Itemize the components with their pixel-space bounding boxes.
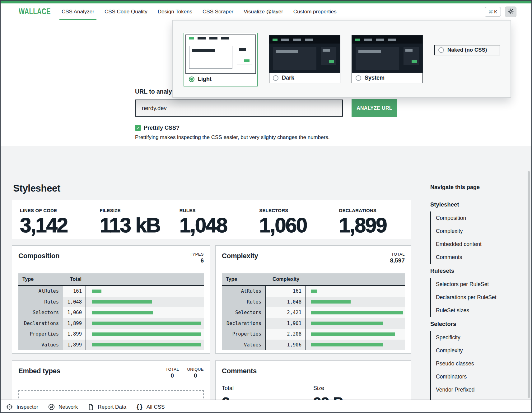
complexity-title: Complexity	[222, 252, 258, 260]
row-bar	[86, 318, 204, 329]
row-value: 161	[266, 286, 306, 297]
row-type: Rules	[222, 297, 266, 308]
theme-option-system[interactable]: System	[352, 35, 423, 83]
nav-item-custom-properties[interactable]: Custom properties	[293, 3, 337, 20]
toolbar-item-all-css[interactable]: {}All CSS	[136, 403, 165, 411]
toolbar-item-label: Network	[58, 404, 78, 410]
toc-section-rulesets[interactable]: Rulesets	[430, 264, 516, 278]
row-bar	[86, 297, 204, 308]
stat-lines-of-code: LINES OF CODE3,142	[12, 200, 92, 239]
header-actions: ⌘ K	[485, 3, 516, 20]
command-palette-button[interactable]: ⌘ K	[485, 7, 501, 17]
toolbar-item-network[interactable]: Network	[48, 403, 78, 411]
toc-item-comments[interactable]: Comments	[436, 251, 516, 264]
complexity-row-properties: Properties2,208	[222, 329, 405, 340]
composition-row-properties: Properties1,899	[18, 329, 204, 340]
theme-option-light[interactable]: Light	[184, 33, 258, 86]
row-type: Declarations	[18, 318, 63, 329]
nav-item-visualize-layer[interactable]: Visualize @layer	[244, 3, 283, 20]
bar-fill	[92, 322, 201, 325]
prettify-checkbox[interactable]: ✓	[135, 125, 141, 131]
stat-selectors: SELECTORS1,060	[251, 200, 331, 239]
complexity-row-atrules: AtRules161	[222, 286, 405, 297]
radio-light[interactable]	[189, 77, 194, 82]
complexity-row-selectors: Selectors2,421	[222, 307, 405, 318]
complexity-row-values: Values1,906	[222, 340, 405, 350]
nav-item-css-analyzer[interactable]: CSS Analyzer	[62, 3, 94, 20]
row-value: 1,899	[63, 340, 86, 350]
stat-label: DECLARATIONS	[339, 208, 411, 213]
toc-item-complexity[interactable]: Complexity	[436, 344, 516, 357]
row-type: Properties	[18, 329, 63, 340]
complexity-meta-value: 8,597	[390, 257, 405, 264]
toolbar-item-inspector[interactable]: Inspector	[6, 403, 38, 411]
stat-value: 1,048	[180, 215, 251, 235]
stat-value: 113 kB	[100, 215, 171, 235]
bar-fill	[311, 311, 403, 314]
toolbar-item-label: Inspector	[16, 404, 38, 410]
nav-item-css-code-quality[interactable]: CSS Code Quality	[105, 3, 147, 20]
composition-table: Type Total AtRules161Rules1,048Selectors…	[18, 273, 204, 350]
url-field-label: URL to analyze	[135, 88, 178, 95]
composition-row-rules: Rules1,048	[18, 297, 204, 308]
nav-item-css-scraper[interactable]: CSS Scraper	[203, 3, 233, 20]
stat-value: 1,060	[259, 215, 331, 235]
composition-title: Composition	[18, 252, 59, 260]
toc-item-pseudo-classes[interactable]: Pseudo classes	[436, 357, 516, 370]
app-window: WALLACE CSS AnalyzerCSS Code QualityDesi…	[0, 0, 532, 413]
theme-label-system: System	[365, 75, 385, 81]
theme-picker-dropdown: Light Dark	[172, 20, 511, 98]
toc-section-stylesheet[interactable]: Stylesheet	[430, 197, 516, 211]
theme-option-naked[interactable]: Naked (no CSS)	[434, 45, 500, 55]
row-value: 2,421	[266, 307, 306, 318]
composition-col-type: Type	[18, 276, 63, 282]
stat-label: SELECTORS	[259, 208, 331, 213]
bar-fill	[311, 290, 317, 293]
row-bar	[86, 340, 204, 350]
comments-total-label: Total	[222, 385, 313, 392]
toc-section-selectors[interactable]: Selectors	[430, 317, 516, 331]
toc-item-composition[interactable]: Composition	[436, 211, 516, 225]
toc-item-declarations-per-ruleset[interactable]: Declarations per RuleSet	[436, 291, 516, 304]
row-value: 1,899	[63, 318, 86, 329]
toc-item-complexity[interactable]: Complexity	[436, 225, 516, 238]
toolbar-item-label: All CSS	[147, 404, 165, 410]
nav-item-design-tokens[interactable]: Design Tokens	[158, 3, 192, 20]
toc-item-embedded-content[interactable]: Embedded content	[436, 238, 516, 251]
toolbar-item-report-data[interactable]: Report Data	[87, 404, 126, 411]
toc-item-specificity[interactable]: Specificity	[436, 331, 516, 344]
bar-fill	[92, 311, 153, 314]
composition-row-selectors: Selectors1,060	[18, 307, 204, 318]
network-icon	[48, 403, 55, 411]
radio-dark[interactable]	[273, 75, 278, 81]
brand-logo[interactable]: WALLACE	[19, 7, 43, 17]
prettify-label: Prettify CSS?	[144, 125, 180, 131]
radio-naked[interactable]	[438, 47, 444, 53]
toc-item-vendor-prefixed[interactable]: Vendor Prefixed	[436, 383, 516, 396]
row-type: AtRules	[222, 286, 266, 297]
theme-toggle-button[interactable]	[505, 7, 516, 17]
toc-item-selectors-per-ruleset[interactable]: Selectors per RuleSet	[436, 278, 516, 291]
toc-item-ruleset-sizes[interactable]: RuleSet sizes	[436, 304, 516, 317]
scrollbar[interactable]	[528, 171, 530, 398]
stat-rules: RULES1,048	[172, 200, 251, 239]
comments-title: Comments	[222, 367, 257, 375]
bar-fill	[92, 343, 201, 346]
row-value: 1,906	[266, 340, 306, 350]
toc-item-combinators[interactable]: Combinators	[436, 370, 516, 383]
radio-system[interactable]	[356, 75, 361, 81]
composition-row-atrules: AtRules161	[18, 286, 204, 297]
stat-label: RULES	[180, 208, 251, 213]
theme-option-dark[interactable]: Dark	[269, 35, 340, 83]
url-input[interactable]	[135, 100, 343, 117]
complexity-col-complexity: Complexity	[266, 276, 299, 282]
analyze-url-button[interactable]: ANALYZE URL	[352, 99, 397, 117]
dark-theme-preview	[269, 35, 340, 72]
row-type: Values	[18, 340, 63, 350]
stat-declarations: DECLARATIONS1,899	[331, 200, 411, 239]
bar-fill	[92, 300, 152, 304]
main-nav: CSS AnalyzerCSS Code QualityDesign Token…	[62, 3, 337, 20]
complexity-row-rules: Rules1,048	[222, 297, 405, 308]
composition-meta-value: 6	[190, 257, 204, 264]
stat-value: 3,142	[20, 215, 92, 235]
